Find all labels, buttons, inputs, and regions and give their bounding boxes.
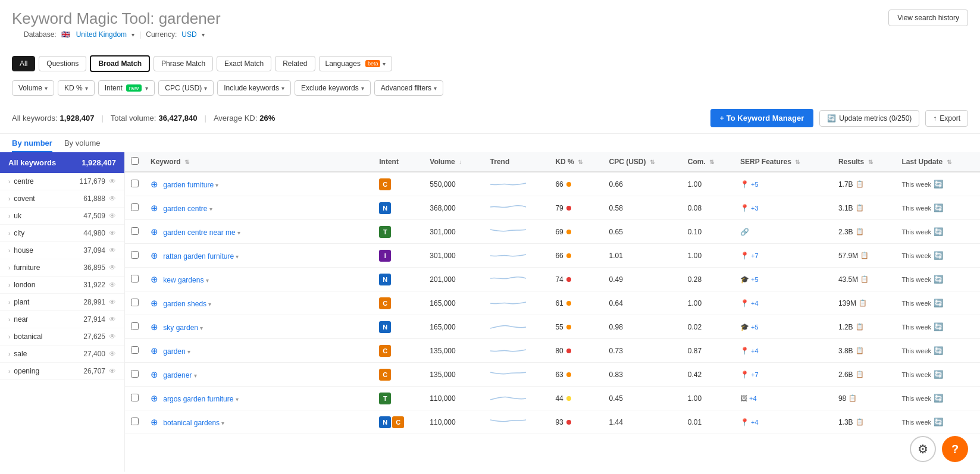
keyword-expand-icon[interactable]: ▾	[215, 182, 218, 189]
sidebar-item[interactable]: › opening 26,707 👁	[0, 363, 124, 380]
eye-icon[interactable]: 👁	[109, 315, 116, 324]
keyword-expand-icon[interactable]: ▾	[200, 325, 203, 331]
settings-button[interactable]: ⚙	[910, 436, 936, 462]
keyword-link[interactable]: garden centre	[163, 205, 207, 213]
keyword-column-header[interactable]: Keyword ⇅	[145, 152, 373, 172]
sidebar-item[interactable]: › uk 47,509 👁	[0, 208, 124, 225]
refresh-icon[interactable]: 🔄	[934, 299, 943, 307]
keyword-link[interactable]: gardener	[163, 371, 192, 379]
keyword-link[interactable]: garden centre near me	[163, 228, 235, 237]
select-all-checkbox[interactable]	[131, 157, 139, 165]
sidebar-item[interactable]: › city 44,980 👁	[0, 225, 124, 242]
sidebar-item[interactable]: › furniture 36,895 👁	[0, 259, 124, 277]
eye-icon[interactable]: 👁	[109, 332, 116, 341]
sidebar-item[interactable]: › covent 61,888 👁	[0, 190, 124, 208]
row-checkbox[interactable]	[131, 180, 139, 187]
cpc-column-header[interactable]: CPC (USD) ⇅	[603, 152, 682, 172]
tab-related[interactable]: Related	[275, 56, 315, 71]
tab-questions[interactable]: Questions	[39, 56, 86, 71]
keyword-link[interactable]: sky garden	[163, 324, 198, 332]
sidebar-item[interactable]: › plant 28,991 👁	[0, 294, 124, 311]
add-keyword-icon[interactable]: ⊕	[151, 274, 158, 284]
sidebar-item[interactable]: › botanical 27,625 👁	[0, 328, 124, 346]
add-keyword-icon[interactable]: ⊕	[151, 203, 158, 213]
add-keyword-icon[interactable]: ⊕	[151, 179, 158, 189]
refresh-icon[interactable]: 🔄	[934, 180, 943, 189]
row-checkbox[interactable]	[131, 299, 139, 306]
tab-broad-match[interactable]: Broad Match	[90, 55, 150, 72]
keyword-expand-icon[interactable]: ▾	[187, 349, 190, 355]
advanced-filter[interactable]: Advanced filters ▾	[374, 80, 443, 96]
refresh-icon[interactable]: 🔄	[934, 418, 943, 426]
exclude-filter[interactable]: Exclude keywords ▾	[295, 80, 371, 96]
database-value[interactable]: United Kingdom	[76, 30, 127, 39]
volume-column-header[interactable]: Volume ↓	[424, 152, 484, 172]
keyword-expand-icon[interactable]: ▾	[236, 396, 239, 403]
add-keyword-icon[interactable]: ⊕	[151, 346, 158, 356]
add-keyword-icon[interactable]: ⊕	[151, 227, 158, 237]
refresh-icon[interactable]: 🔄	[934, 275, 943, 284]
row-checkbox[interactable]	[131, 370, 139, 378]
keyword-expand-icon[interactable]: ▾	[206, 277, 209, 284]
kd-column-header[interactable]: KD % ⇅	[549, 152, 603, 172]
keyword-link[interactable]: argos garden furniture	[163, 395, 233, 403]
add-keyword-icon[interactable]: ⊕	[151, 393, 158, 403]
eye-icon[interactable]: 👁	[109, 298, 116, 306]
keyword-expand-icon[interactable]: ▾	[236, 253, 239, 260]
eye-icon[interactable]: 👁	[109, 229, 116, 237]
kd-filter[interactable]: KD % ▾	[58, 80, 95, 96]
row-checkbox[interactable]	[131, 394, 139, 401]
refresh-icon[interactable]: 🔄	[934, 227, 943, 236]
row-checkbox[interactable]	[131, 203, 139, 211]
refresh-icon[interactable]: 🔄	[934, 203, 943, 212]
row-checkbox[interactable]	[131, 227, 139, 235]
eye-icon[interactable]: 👁	[109, 212, 116, 220]
row-checkbox[interactable]	[131, 322, 139, 330]
row-checkbox[interactable]	[131, 418, 139, 425]
keyword-link[interactable]: garden	[163, 347, 185, 356]
add-keyword-icon[interactable]: ⊕	[151, 417, 158, 427]
serp-column-header[interactable]: SERP Features ⇅	[734, 152, 832, 172]
tab-phrase-match[interactable]: Phrase Match	[154, 56, 213, 71]
eye-icon[interactable]: 👁	[109, 367, 116, 375]
tab-exact-match[interactable]: Exact Match	[217, 56, 271, 71]
results-column-header[interactable]: Results ⇅	[832, 152, 896, 172]
keyword-link[interactable]: kew gardens	[163, 276, 203, 284]
currency-value[interactable]: USD	[181, 30, 196, 39]
last-update-column-header[interactable]: Last Update ⇅	[896, 152, 980, 172]
row-checkbox[interactable]	[131, 251, 139, 259]
currency-chevron[interactable]: ▾	[202, 32, 205, 38]
sidebar-item[interactable]: › centre 117,679 👁	[0, 173, 124, 190]
add-keyword-icon[interactable]: ⊕	[151, 369, 158, 379]
refresh-icon[interactable]: 🔄	[934, 370, 943, 379]
add-keyword-icon[interactable]: ⊕	[151, 322, 158, 332]
sidebar-item[interactable]: › sale 27,400 👁	[0, 346, 124, 363]
keyword-link[interactable]: garden sheds	[163, 300, 206, 308]
cpc-filter[interactable]: CPC (USD) ▾	[158, 80, 214, 96]
row-checkbox-cell[interactable]	[125, 410, 145, 434]
refresh-icon[interactable]: 🔄	[934, 251, 943, 260]
keyword-link[interactable]: garden furniture	[163, 181, 214, 189]
keyword-expand-icon[interactable]: ▾	[237, 230, 240, 236]
row-checkbox-cell[interactable]	[125, 196, 145, 220]
row-checkbox-cell[interactable]	[125, 363, 145, 387]
include-filter[interactable]: Include keywords ▾	[217, 80, 291, 96]
row-checkbox[interactable]	[131, 275, 139, 282]
to-keyword-manager-button[interactable]: + To Keyword Manager	[710, 109, 814, 127]
com-column-header[interactable]: Com. ⇅	[682, 152, 734, 172]
row-checkbox-cell[interactable]	[125, 220, 145, 244]
eye-icon[interactable]: 👁	[109, 194, 116, 203]
sort-by-number[interactable]: By number	[12, 139, 52, 152]
row-checkbox-cell[interactable]	[125, 268, 145, 291]
view-history-button[interactable]: View search history	[888, 10, 968, 26]
row-checkbox-cell[interactable]	[125, 387, 145, 410]
help-button[interactable]: ?	[942, 436, 968, 462]
keyword-link[interactable]: rattan garden furniture	[163, 252, 234, 260]
refresh-icon[interactable]: 🔄	[934, 394, 943, 403]
intent-column-header[interactable]: Intent	[373, 152, 424, 172]
select-all-checkbox-header[interactable]	[125, 152, 145, 172]
row-checkbox-cell[interactable]	[125, 339, 145, 363]
sidebar-item[interactable]: › london 31,922 👁	[0, 277, 124, 294]
eye-icon[interactable]: 👁	[109, 350, 116, 358]
keyword-expand-icon[interactable]: ▾	[221, 420, 224, 426]
